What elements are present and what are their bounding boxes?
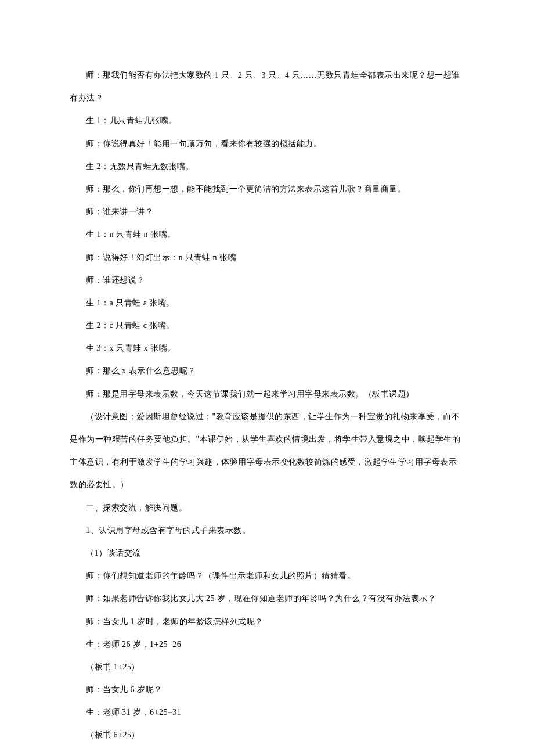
paragraph: 生：老师 31 岁，6+25=31 — [70, 701, 464, 723]
paragraph: （设计意图：爱因斯坦曾经说过："教育应该是提供的东西，让学生作为一种宝贵的礼物来… — [70, 405, 464, 496]
paragraph: 二、探索交流，解决问题。 — [70, 496, 464, 519]
paragraph: 生 1：n 只青蛙 n 张嘴。 — [70, 223, 464, 246]
paragraph: 师：那么，你们再想一想，能不能找到一个更简洁的方法来表示这首儿歌？商量商量。 — [70, 178, 464, 200]
paragraph: 生 1：a 只青蛙 a 张嘴。 — [70, 291, 464, 314]
paragraph: 师：当女儿 1 岁时，老师的年龄该怎样列式呢？ — [70, 610, 464, 633]
document-page: 师：那我们能否有办法把大家数的 1 只、2 只、3 只、4 只……无数只青蛙全都… — [0, 0, 534, 756]
paragraph: 师：那是用字母来表示数，今天这节课我们就一起来学习用字母来表示数。（板书课题） — [70, 383, 464, 405]
paragraph: 师：谁来讲一讲？ — [70, 200, 464, 223]
paragraph: （板书 6+25） — [70, 723, 464, 746]
paragraph: 师：你们想知道老师的年龄吗？（课件出示老师和女儿的照片）猜猜看。 — [70, 564, 464, 587]
paragraph: 生 2：无数只青蛙无数张嘴。 — [70, 155, 464, 178]
paragraph: 师：你说得真好！能用一句顶万句，看来你有较强的概括能力。 — [70, 132, 464, 155]
paragraph: 1、认识用字母或含有字母的式子来表示数。 — [70, 519, 464, 542]
paragraph: 师：那我们能否有办法把大家数的 1 只、2 只、3 只、4 只……无数只青蛙全都… — [70, 64, 464, 109]
paragraph: 生：老师 26 岁，1+25=26 — [70, 633, 464, 656]
paragraph: 师：那么 x 表示什么意思呢？ — [70, 359, 464, 382]
paragraph: 师：如果老师告诉你我比女儿大 25 岁，现在你知道老师的年龄吗？为什么？有没有办… — [70, 587, 464, 610]
paragraph: （1）谈话交流 — [70, 542, 464, 564]
paragraph: 师：谁还想说？ — [70, 269, 464, 291]
paragraph: 生 3：x 只青蛙 x 张嘴。 — [70, 337, 464, 359]
paragraph: 师：当女儿 6 岁呢？ — [70, 678, 464, 701]
paragraph: （板书 1+25） — [70, 656, 464, 678]
paragraph: 生 1：几只青蛙几张嘴。 — [70, 109, 464, 132]
paragraph: 师：说得好！幻灯出示：n 只青蛙 n 张嘴 — [70, 246, 464, 269]
paragraph: 生 2：c 只青蛙 c 张嘴。 — [70, 314, 464, 337]
